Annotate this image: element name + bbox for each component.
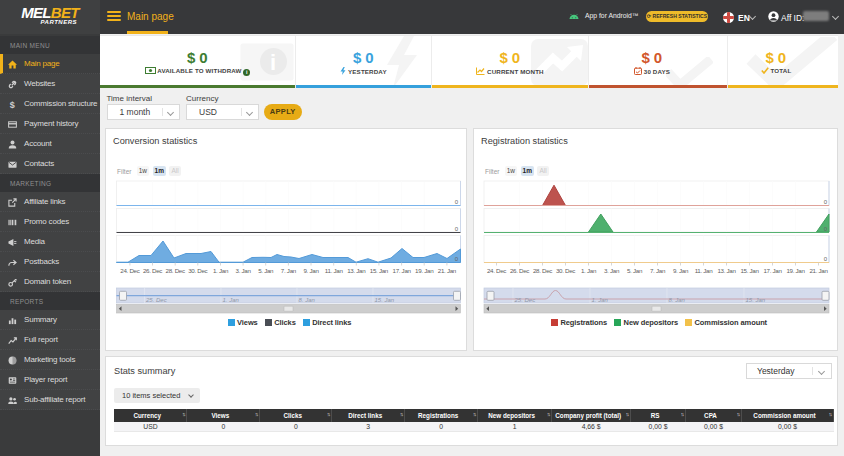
svg-text:17. Jan: 17. Jan	[392, 267, 411, 274]
svg-text:19. Jan: 19. Jan	[786, 267, 805, 274]
svg-text:25. Dec: 25. Dec	[145, 297, 167, 303]
svg-text:1. Jan: 1. Jan	[592, 297, 609, 303]
svg-text:15. Jan: 15. Jan	[746, 297, 766, 303]
svg-text:7. Jan: 7. Jan	[281, 267, 297, 274]
svg-text:13. Jan: 13. Jan	[717, 267, 736, 274]
svg-text:$: $	[10, 100, 15, 109]
svg-text:17. Jan: 17. Jan	[763, 267, 782, 274]
svg-text:25. Dec: 25. Dec	[514, 297, 536, 303]
svg-text:11. Jan: 11. Jan	[325, 267, 344, 274]
svg-text:24. Dec: 24. Dec	[487, 267, 506, 274]
svg-text:15. Jan: 15. Jan	[740, 267, 759, 274]
svg-text:3. Jan: 3. Jan	[236, 267, 252, 274]
svg-text:21. Jan: 21. Jan	[438, 267, 457, 274]
svg-text:5. Jan: 5. Jan	[258, 267, 274, 274]
svg-text:0: 0	[455, 199, 459, 205]
svg-text:13. Jan: 13. Jan	[347, 267, 366, 274]
svg-text:15. Jan: 15. Jan	[370, 267, 389, 274]
svg-text:8. Jan: 8. Jan	[299, 297, 316, 303]
svg-text:30. Dec: 30. Dec	[556, 267, 575, 274]
svg-text:8. Jan: 8. Jan	[669, 297, 686, 303]
svg-text:28. Dec: 28. Dec	[166, 267, 185, 274]
svg-text:1. Jan: 1. Jan	[213, 267, 229, 274]
svg-text:19. Jan: 19. Jan	[415, 267, 434, 274]
svg-text:9. Jan: 9. Jan	[303, 267, 319, 274]
svg-text:11. Jan: 11. Jan	[695, 267, 714, 274]
svg-text:30. Dec: 30. Dec	[188, 267, 207, 274]
svg-text:26. Dec: 26. Dec	[143, 267, 162, 274]
svg-text:28. Dec: 28. Dec	[533, 267, 552, 274]
svg-text:15. Jan: 15. Jan	[375, 297, 395, 303]
svg-text:0: 0	[824, 199, 828, 205]
svg-text:3. Jan: 3. Jan	[604, 267, 620, 274]
svg-text:7. Jan: 7. Jan	[650, 267, 666, 274]
svg-text:0: 0	[455, 226, 459, 232]
svg-text:21. Jan: 21. Jan	[809, 267, 828, 274]
svg-text:1. Jan: 1. Jan	[581, 267, 597, 274]
svg-text:5. Jan: 5. Jan	[627, 267, 643, 274]
svg-text:24. Dec: 24. Dec	[120, 267, 139, 274]
svg-text:9. Jan: 9. Jan	[673, 267, 689, 274]
svg-text:1. Jan: 1. Jan	[223, 297, 240, 303]
svg-text:26. Dec: 26. Dec	[510, 267, 529, 274]
svg-text:0: 0	[824, 256, 828, 262]
